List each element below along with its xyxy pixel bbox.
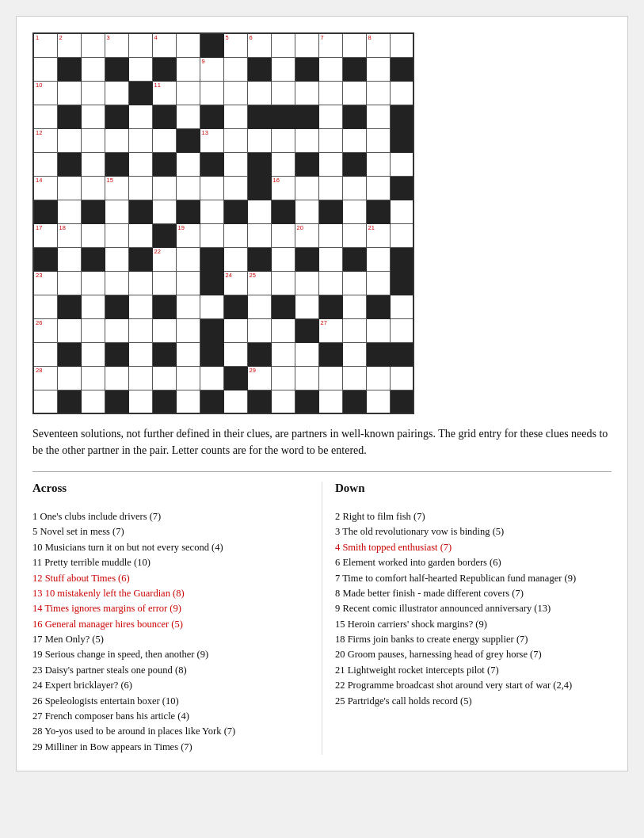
clue-down-9: 9 Recent comic illustrator announced ann… [335, 601, 612, 616]
clue-across-17: 17 Men Only? (5) [32, 632, 309, 647]
down-heading: Down [335, 482, 612, 495]
down-col: Down 2 Right to film fish (7) 3 The old … [322, 482, 612, 755]
clue-across-28: 28 Yo-yos used to be around in places li… [32, 724, 309, 739]
clue-across-5: 5 Novel set in mess (7) [32, 524, 309, 539]
clue-across-10: 10 Musicians turn it on but not every se… [32, 540, 309, 555]
clue-across-1: 1 One's clubs include drivers (7) [32, 509, 309, 524]
clue-down-2: 2 Right to film fish (7) [335, 509, 612, 524]
clue-across-13: 13 10 mistakenly left the Guardian (8) [32, 586, 309, 601]
clue-across-26: 26 Speleologists entertain boxer (10) [32, 694, 309, 709]
description: Seventeen solutions, not further defined… [32, 425, 612, 459]
clue-across-27: 27 French composer bans his article (4) [32, 709, 309, 724]
clue-across-24: 24 Expert bricklayer? (6) [32, 678, 309, 693]
clue-down-8: 8 Made better finish - made different co… [335, 586, 612, 601]
clue-down-21: 21 Lightweight rocket intercepts pilot (… [335, 663, 612, 678]
clue-across-16: 16 General manager hires bouncer (5) [32, 617, 309, 632]
clue-down-6: 6 Element worked into garden borders (6) [335, 555, 612, 570]
clue-across-14: 14 Times ignores margins of error (9) [32, 601, 309, 616]
clue-down-25: 25 Partridge's call holds record (5) [335, 694, 612, 709]
clue-across-19: 19 Serious change in speed, then another… [32, 647, 309, 662]
clue-across-23: 23 Daisy's partner steals one pound (8) [32, 663, 309, 678]
clue-down-7: 7 Time to comfort half-hearted Republica… [335, 571, 612, 586]
clue-down-3: 3 The old revolutionary vow is binding (… [335, 524, 612, 539]
clue-down-22: 22 Programme broadcast shot around very … [335, 678, 612, 693]
clue-down-18: 18 Firms join banks to create energy sup… [335, 632, 612, 647]
crossword-container: 1 2 3 4 5 6 7 8 [32, 32, 612, 414]
crossword-grid: 1 2 3 4 5 6 7 8 [32, 32, 414, 414]
across-heading: Across [32, 482, 309, 495]
clues-columns: Across 1 One's clubs include drivers (7)… [32, 482, 612, 755]
clue-across-29: 29 Milliner in Bow appears in Times (7) [32, 740, 309, 755]
clue-down-20: 20 Groom pauses, harnessing head of grey… [335, 647, 612, 662]
clues-section: Across 1 One's clubs include drivers (7)… [32, 471, 612, 755]
across-col: Across 1 One's clubs include drivers (7)… [32, 482, 322, 755]
page: 1 2 3 4 5 6 7 8 [16, 16, 628, 771]
clue-down-4: 4 Smith topped enthusiast (7) [335, 540, 612, 555]
clue-across-12: 12 Stuff about Times (6) [32, 571, 309, 586]
clue-down-15: 15 Heroin carriers' shock margins? (9) [335, 617, 612, 632]
clue-across-11: 11 Pretty terrible muddle (10) [32, 555, 309, 570]
